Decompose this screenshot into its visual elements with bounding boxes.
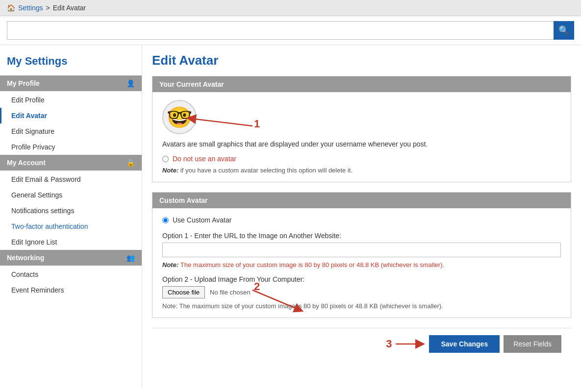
sidebar-section-label-my-profile: My Profile [7,79,40,87]
sidebar-item-profile-privacy[interactable]: Profile Privacy [0,139,142,155]
sidebar-title: My Settings [0,50,142,75]
breadcrumb-home[interactable]: Settings [18,4,43,12]
home-icon: 🏠 [7,4,15,12]
no-file-text: No file chosen [210,289,250,296]
avatar-description: Avatars are small graphics that are disp… [162,140,561,148]
sidebar-item-two-factor[interactable]: Two-factor authentication [0,219,142,234]
use-custom-row: Use Custom Avatar [162,216,561,224]
custom-avatar-section: Custom Avatar Use Custom Avatar Option 1… [152,192,571,318]
search-button[interactable]: 🔍 [554,21,574,40]
note-size-label: Note: [162,261,180,269]
breadcrumb: 🏠 Settings > Edit Avatar [0,0,581,16]
option2-label: Option 2 - Upload Image From Your Comput… [162,275,561,283]
avatar-face-icon: 🤓 [167,105,192,129]
sidebar-item-notifications-settings[interactable]: Notifications settings [0,203,142,219]
sidebar-item-contacts[interactable]: Contacts [0,267,142,282]
option1-note: Note: The maximum size of your custom im… [162,261,561,269]
search-input[interactable] [7,21,554,40]
sidebar-item-edit-profile[interactable]: Edit Profile [0,92,142,108]
custom-avatar-body: Use Custom Avatar Option 1 - Enter the U… [152,208,571,318]
reset-fields-button[interactable]: Reset Fields [504,335,561,353]
choose-file-button[interactable]: Choose file [162,286,205,298]
lock-icon: 🔒 [126,159,135,167]
breadcrumb-separator: > [46,4,50,12]
main-container: My Settings My Profile 👤 Edit Profile Ed… [0,45,581,388]
option2-note: Note: The maximum size of your custom im… [162,302,561,310]
use-custom-radio[interactable] [162,217,169,223]
avatar: 🤓 [162,100,197,134]
current-avatar-body: 🤓 Avatars are small graphics that are di… [152,92,571,182]
networking-icon: 👥 [126,254,135,262]
sidebar-item-general-settings[interactable]: General Settings [0,187,142,203]
no-avatar-radio[interactable] [162,156,169,162]
sidebar-section-label-networking: Networking [7,254,44,262]
note-text-body: if you have a custom avatar selecting th… [180,167,353,174]
sidebar-item-edit-email-password[interactable]: Edit Email & Password [0,172,142,187]
option2-note-text: Note: The maximum size of your custom im… [162,302,443,310]
sidebar-section-networking: Networking 👥 [0,250,142,266]
sidebar-section-my-profile: My Profile 👤 [0,75,142,91]
breadcrumb-current: Edit Avatar [53,4,86,12]
note-size-text: The maximum size of your custom image is… [180,261,444,269]
current-avatar-section: Your Current Avatar 🤓 Avatars are small … [152,76,571,182]
sidebar-item-event-reminders[interactable]: Event Reminders [0,282,142,298]
profile-icon: 👤 [126,79,135,87]
bottom-actions: 3 Save Changes Reset Fields [152,328,571,360]
upload-row: Choose file No file chosen [162,286,561,298]
sidebar: My Settings My Profile 👤 Edit Profile Ed… [0,45,142,388]
note-label: Note: [162,167,178,174]
no-avatar-radio-group: Do not use an avatar [162,155,561,163]
custom-avatar-header: Custom Avatar [152,193,571,208]
current-avatar-header: Your Current Avatar [152,76,571,92]
save-changes-button[interactable]: Save Changes [429,335,500,353]
sidebar-item-edit-avatar[interactable]: Edit Avatar [0,108,142,123]
sidebar-section-my-account: My Account 🔒 [0,155,142,171]
page-title: Edit Avatar [152,53,571,68]
no-avatar-note: Note: if you have a custom avatar select… [162,167,561,174]
sidebar-item-edit-ignore-list[interactable]: Edit Ignore List [0,234,142,250]
use-custom-label: Use Custom Avatar [173,216,231,224]
no-avatar-label: Do not use an avatar [173,155,236,163]
annotation-3: 3 [386,338,392,350]
option1-label: Option 1 - Enter the URL to the Image on… [162,232,561,240]
sidebar-section-label-my-account: My Account [7,159,46,167]
content-area: Edit Avatar Your Current Avatar 🤓 Avatar… [142,45,581,388]
url-input[interactable] [162,243,561,257]
search-bar: 🔍 [0,16,581,45]
arrow-3-svg [396,339,425,349]
sidebar-item-edit-signature[interactable]: Edit Signature [0,123,142,139]
